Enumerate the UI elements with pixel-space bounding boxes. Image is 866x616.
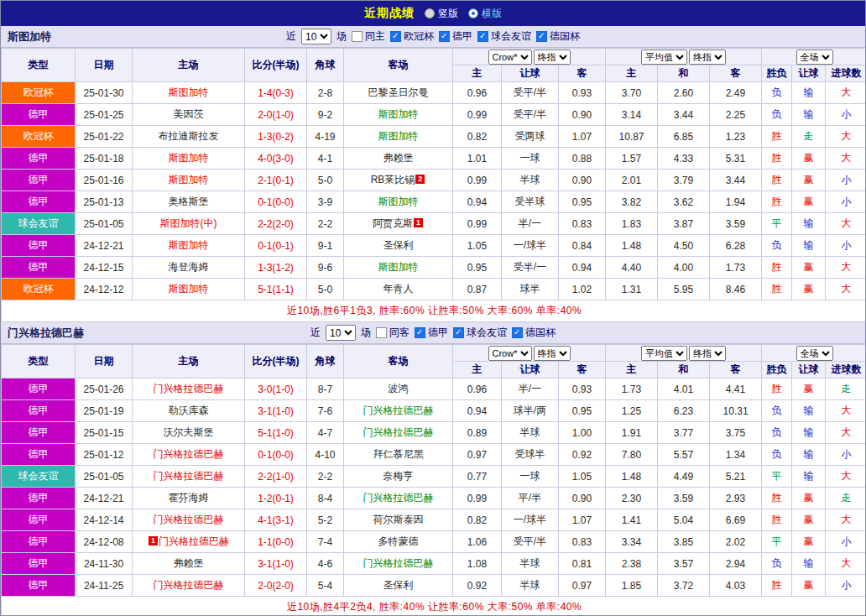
team-link[interactable]: 海登海姆 (169, 261, 209, 273)
competition-filter-checkbox[interactable]: 球会友谊 (477, 29, 531, 44)
team-link[interactable]: 弗赖堡 (174, 557, 204, 569)
competition-cell: 德甲 (2, 488, 76, 509)
avg-draw-cell: 3.44 (658, 104, 710, 126)
match-row: 德甲24-12-14门兴格拉德巴赫4-1(3-1)5-2荷尔斯泰因0.82一/球… (2, 509, 866, 531)
team-link[interactable]: 斯图加特 (378, 130, 419, 142)
same-venue-checkbox[interactable]: 同客 (376, 326, 410, 340)
score-cell: 3-1(1-0) (245, 553, 307, 575)
average-select[interactable]: 平均值 (641, 346, 687, 361)
team-link[interactable]: 门兴格拉德巴赫 (363, 405, 434, 416)
team-link[interactable]: 门兴格拉德巴赫 (154, 514, 224, 525)
home-team-cell: 斯图加特(中) (133, 213, 245, 235)
avg-away-cell: 5.21 (710, 466, 762, 488)
date-cell: 25-01-30 (76, 82, 133, 104)
team-link[interactable]: RB莱比锡 (371, 174, 415, 185)
team-link[interactable]: 年青人 (383, 283, 414, 295)
avg-home-cell: 1.73 (606, 378, 658, 400)
away-team-cell: 门兴格拉德巴赫 (344, 400, 453, 422)
team-link[interactable]: 波鸿 (389, 383, 409, 394)
match-count-select[interactable]: 10 (326, 325, 356, 341)
view-option-vertical[interactable]: 竖版 (425, 7, 458, 21)
competition-filter-checkbox[interactable]: 德甲 (439, 29, 472, 44)
same-venue-checkbox[interactable]: 同主 (352, 29, 385, 44)
odds-home-cell: 0.82 (453, 126, 502, 148)
corners-cell: 2-2 (307, 466, 344, 488)
team-link[interactable]: 布拉迪斯拉发 (159, 130, 219, 142)
match-row: 德甲25-01-12门兴格拉德巴赫0-1(0-0)4-10拜仁慕尼黑0.97受球… (2, 444, 866, 466)
scope-select[interactable]: 全场 (796, 50, 833, 65)
score-cell: 5-1(1-1) (245, 279, 307, 300)
team-link[interactable]: 斯图加特(中) (160, 217, 217, 229)
avg-home-cell: 1.25 (606, 400, 658, 422)
avg-odds-type-select[interactable]: 终指 (689, 50, 726, 65)
team-link[interactable]: 门兴格拉德巴赫 (363, 426, 434, 438)
home-team-cell: 门兴格拉德巴赫 (133, 378, 245, 400)
odds-home-cell: 0.87 (453, 279, 502, 300)
handicap-result-cell: 赢 (792, 170, 826, 191)
team-link[interactable]: 拜仁慕尼黑 (373, 448, 424, 460)
team-link[interactable]: 圣保利 (383, 239, 414, 251)
corners-cell: 4-10 (307, 444, 344, 466)
avg-odds-type-select[interactable]: 终指 (689, 346, 726, 361)
team-link[interactable]: 沃尔夫斯堡 (164, 426, 214, 438)
subheader-odds-away: 客 (559, 362, 606, 378)
handicap-result-cell: 赢 (792, 148, 826, 170)
avg-away-cell: 2.93 (710, 488, 762, 509)
team-link[interactable]: 门兴格拉德巴赫 (154, 470, 224, 482)
team-link[interactable]: 门兴格拉德巴赫 (363, 557, 434, 569)
odds-away-cell: 0.93 (559, 82, 606, 104)
header-type: 类型 (2, 49, 76, 82)
team-link[interactable]: 门兴格拉德巴赫 (154, 448, 224, 460)
odds-type-select[interactable]: 终指 (534, 50, 571, 65)
team-link[interactable]: 美因茨 (174, 108, 204, 120)
handicap-cell: 平/半 (502, 488, 559, 509)
bookmaker-select[interactable]: Crow* (488, 50, 532, 65)
competition-filter-checkbox[interactable]: 德国杯 (512, 326, 556, 340)
team-link[interactable]: 门兴格拉德巴赫 (159, 535, 229, 547)
team-link[interactable]: 门兴格拉德巴赫 (154, 579, 224, 591)
rank-badge: 1 (414, 218, 423, 227)
team-link[interactable]: 斯图加特 (169, 239, 209, 251)
home-team-cell: 海登海姆 (133, 257, 245, 279)
team-link[interactable]: 巴黎圣日尔曼 (368, 86, 429, 98)
team-link[interactable]: 斯图加特 (378, 196, 419, 207)
average-select[interactable]: 平均值 (641, 50, 687, 65)
bookmaker-select[interactable]: Crow* (488, 346, 532, 361)
team-link[interactable]: 斯图加特 (169, 86, 209, 98)
subheader-handicap: 让球 (502, 362, 559, 378)
scope-select[interactable]: 全场 (796, 346, 833, 361)
corners-cell: 8-4 (307, 488, 344, 509)
match-count-select[interactable]: 10 (301, 29, 331, 44)
team-link[interactable]: 奈梅亨 (383, 470, 414, 482)
handicap-result-cell: 输 (792, 213, 826, 235)
team-link[interactable]: 弗赖堡 (383, 152, 414, 164)
team-link[interactable]: 勒沃库森 (169, 405, 209, 416)
competition-filter-checkbox[interactable]: 德国杯 (536, 29, 580, 44)
team-link[interactable]: 斯图加特 (169, 152, 209, 164)
competition-filter-checkbox[interactable]: 德甲 (415, 326, 448, 340)
avg-draw-cell: 5.95 (658, 279, 710, 300)
team-link[interactable]: 霍芬海姆 (169, 492, 209, 504)
team-link[interactable]: 斯图加特 (378, 108, 419, 120)
score-cell: 1-3(0-2) (245, 126, 307, 148)
team-link[interactable]: 门兴格拉德巴赫 (363, 492, 434, 504)
odds-away-cell: 0.90 (559, 104, 606, 126)
view-option-horizontal[interactable]: 横版 (468, 7, 502, 21)
team-link[interactable]: 斯图加特 (169, 283, 209, 295)
team-link[interactable]: 阿贾克斯 (373, 217, 413, 229)
match-row: 德甲25-01-19勒沃库森3-1(1-0)7-6门兴格拉德巴赫0.94球半/两… (2, 400, 866, 422)
team-link[interactable]: 圣保利 (383, 579, 414, 591)
team-link[interactable]: 斯图加特 (169, 174, 209, 185)
radio-label: 竖版 (438, 7, 458, 21)
competition-filter-checkbox[interactable]: 球会友谊 (453, 326, 507, 340)
team-link[interactable]: 门兴格拉德巴赫 (154, 383, 224, 394)
team-link[interactable]: 多特蒙德 (378, 535, 419, 547)
competition-filter-checkbox[interactable]: 欧冠杯 (390, 29, 434, 44)
team-link[interactable]: 奥格斯堡 (169, 196, 209, 207)
team-link[interactable]: 斯图加特 (378, 261, 419, 273)
odds-type-select[interactable]: 终指 (534, 346, 571, 361)
avg-home-cell: 3.70 (606, 82, 658, 104)
match-row: 欧冠杯25-01-22布拉迪斯拉发1-3(0-2)4-19斯图加特0.82受两球… (2, 126, 866, 148)
team-link[interactable]: 荷尔斯泰因 (373, 514, 424, 525)
checkbox-label: 球会友谊 (467, 326, 507, 340)
